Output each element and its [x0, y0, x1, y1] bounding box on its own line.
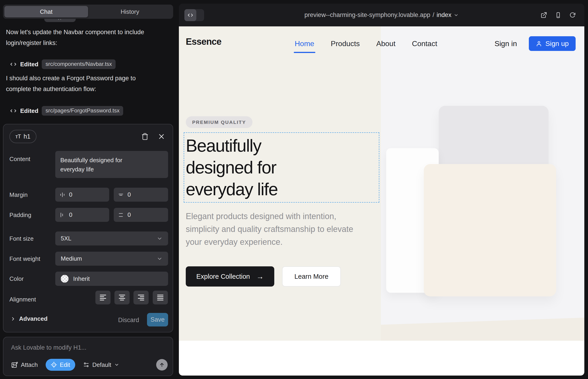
- hero-heading[interactable]: Beautifully designed for everyday life: [186, 135, 333, 200]
- code-icon: [10, 61, 17, 68]
- margin-x-input[interactable]: 0: [55, 188, 109, 202]
- chevron-down-icon: [157, 256, 163, 262]
- font-size-label: Font size: [9, 235, 34, 242]
- sidebar-tabbar: Chat History: [3, 5, 173, 19]
- edited-file-pill[interactable]: src/pages/ForgotPassword.tsx: [42, 106, 123, 116]
- url-separator: /: [433, 12, 434, 19]
- sign-in-link[interactable]: Sign in: [495, 39, 517, 48]
- site-logo[interactable]: Essence: [186, 36, 221, 47]
- align-center-icon: [118, 294, 126, 301]
- external-link-icon: [540, 12, 547, 19]
- align-left-icon: [99, 294, 107, 301]
- site-viewport: Essence Home Products About Contact Sign…: [179, 26, 584, 376]
- url-bar[interactable]: preview--charming-site-symphony.lovable.…: [179, 4, 584, 26]
- trash-icon: [141, 133, 149, 140]
- advanced-toggle[interactable]: Advanced: [10, 315, 47, 322]
- alignment-label: Alignment: [9, 296, 36, 303]
- attach-image-icon: [11, 361, 18, 368]
- font-size-select[interactable]: 5XL: [55, 232, 168, 245]
- typography-icon: тT: [15, 133, 21, 140]
- explore-collection-label: Explore Collection: [196, 273, 250, 280]
- chevron-down-icon: [454, 13, 459, 18]
- mode-select[interactable]: Default: [83, 361, 119, 368]
- edit-mode-label: Edit: [60, 361, 70, 368]
- font-weight-value: Medium: [61, 255, 82, 262]
- content-label: Content: [9, 156, 30, 163]
- open-in-new-tab-button[interactable]: [540, 12, 547, 19]
- padding-horizontal-icon: [59, 212, 65, 218]
- align-justify-icon: [156, 294, 164, 301]
- close-icon: [158, 133, 165, 140]
- align-justify-button[interactable]: [153, 291, 168, 304]
- margin-vertical-icon: [118, 192, 124, 198]
- align-center-button[interactable]: [114, 291, 130, 304]
- url-page: index: [437, 12, 451, 19]
- chat-sidebar: Chat History .. Now let's update the Nav…: [0, 0, 179, 379]
- color-select[interactable]: Inherit: [55, 272, 168, 286]
- close-panel-button[interactable]: [157, 132, 166, 141]
- sliders-icon: [83, 362, 90, 368]
- edited-file-row: Edited src/pages/ForgotPassword.tsx: [10, 106, 123, 116]
- browser-chrome-bar: preview--charming-site-symphony.lovable.…: [179, 4, 584, 26]
- delete-element-button[interactable]: [140, 132, 150, 141]
- element-editor-panel: тT h1 Content Beautifully designed for e…: [3, 124, 173, 332]
- edit-mode-button[interactable]: Edit: [46, 359, 75, 371]
- attach-label: Attach: [21, 361, 38, 368]
- nav-link-products[interactable]: Products: [331, 39, 360, 48]
- refresh-button[interactable]: [569, 12, 576, 18]
- nav-link-contact[interactable]: Contact: [412, 39, 437, 48]
- element-tag-label: h1: [24, 133, 31, 140]
- learn-more-button[interactable]: Learn More: [282, 266, 341, 286]
- sign-up-label: Sign up: [545, 40, 569, 47]
- padding-y-value: 0: [127, 211, 131, 218]
- target-icon: [51, 362, 57, 368]
- padding-x-input[interactable]: 0: [55, 208, 109, 222]
- edited-file-pill[interactable]: src/components/Navbar.tsx: [42, 59, 115, 69]
- send-button[interactable]: [156, 359, 168, 371]
- explore-collection-button[interactable]: Explore Collection →: [186, 266, 274, 286]
- discard-button[interactable]: Discard: [118, 316, 139, 324]
- margin-y-input[interactable]: 0: [114, 188, 168, 202]
- edited-file-row: Edited src/components/Navbar.tsx: [10, 59, 116, 69]
- align-left-button[interactable]: [95, 291, 110, 304]
- mobile-view-button[interactable]: [555, 12, 561, 19]
- prompt-composer: Attach Edit Default: [3, 337, 173, 376]
- padding-y-input[interactable]: 0: [114, 208, 168, 222]
- nav-link-home[interactable]: Home: [295, 39, 314, 48]
- tab-chat[interactable]: Chat: [4, 6, 88, 17]
- font-weight-select[interactable]: Medium: [55, 252, 168, 266]
- margin-horizontal-icon: [59, 192, 65, 198]
- hero-description: Elegant products designed with intention…: [186, 210, 360, 249]
- site-navbar: Essence Home Products About Contact Sign…: [179, 26, 584, 62]
- color-label: Color: [9, 275, 24, 283]
- margin-label: Margin: [9, 191, 28, 198]
- save-button[interactable]: Save: [147, 313, 168, 327]
- prompt-input[interactable]: [11, 344, 162, 356]
- composer-toolbar: Attach Edit Default: [11, 359, 168, 371]
- align-right-button[interactable]: [134, 291, 149, 304]
- preview-browser-window: preview--charming-site-symphony.lovable.…: [179, 4, 584, 376]
- font-size-value: 5XL: [61, 235, 71, 242]
- tab-history[interactable]: History: [88, 6, 172, 17]
- sign-up-button[interactable]: Sign up: [529, 36, 576, 51]
- margin-y-value: 0: [127, 191, 131, 198]
- padding-x-value: 0: [69, 211, 72, 218]
- chat-message: Now let's update the Navbar component to…: [6, 27, 153, 48]
- learn-more-label: Learn More: [294, 273, 328, 280]
- nav-links: Home Products About Contact: [295, 26, 437, 61]
- chevron-down-icon: [157, 236, 163, 242]
- chevron-right-icon: [10, 316, 16, 322]
- edited-label: Edited: [20, 61, 38, 68]
- url-host: preview--charming-site-symphony.lovable.…: [305, 12, 431, 19]
- padding-label: Padding: [9, 211, 31, 219]
- content-value: Beautifully designed for everyday life: [60, 156, 140, 174]
- premium-quality-badge: PREMIUM QUALITY: [186, 116, 252, 128]
- advanced-label: Advanced: [19, 315, 47, 322]
- chat-message: I should also create a Forgot Password p…: [6, 73, 153, 95]
- content-field[interactable]: Beautifully designed for everyday life: [55, 151, 168, 178]
- attach-button[interactable]: Attach: [11, 361, 38, 368]
- mode-label: Default: [93, 361, 111, 368]
- margin-x-value: 0: [69, 191, 72, 198]
- decorative-card-cream: [424, 164, 556, 296]
- nav-link-about[interactable]: About: [376, 39, 396, 48]
